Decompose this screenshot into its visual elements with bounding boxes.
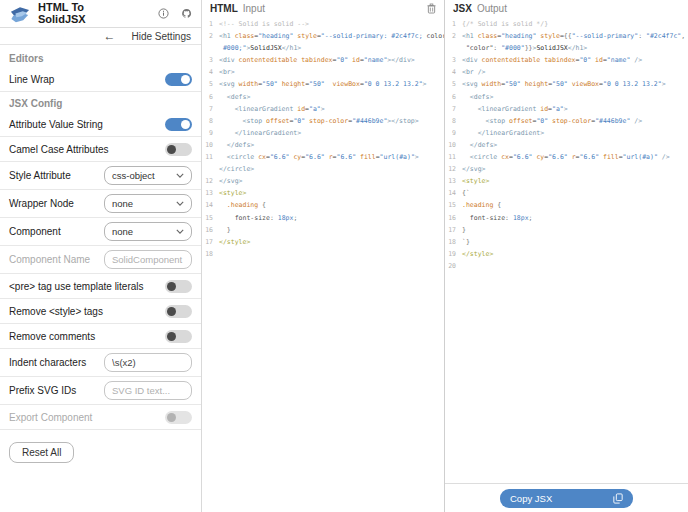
code-line[interactable]: 7 <linearGradient id="a">	[202, 103, 444, 115]
setting-row-camel-case-attributes: Camel Case Attributes	[0, 137, 201, 161]
code-line[interactable]: 19</style>	[445, 248, 688, 260]
github-button[interactable]	[181, 8, 192, 19]
setting-row-indent-characters: Indent characters	[0, 349, 201, 376]
code-line[interactable]: 15 font-size: 18px;	[202, 212, 444, 224]
setting-label: Export Component	[9, 412, 96, 423]
github-icon	[181, 8, 192, 19]
toggle-knob	[167, 307, 176, 316]
setting-label: Remove comments	[9, 331, 99, 342]
toggle-attribute-value-string[interactable]	[165, 118, 192, 131]
code-line[interactable]: </circle>	[202, 163, 444, 175]
select-component[interactable]: none	[104, 222, 192, 241]
html-input-panel: HTML Input 1<!-- Solid is solid -->2<h1 …	[202, 0, 445, 512]
copy-jsx-button[interactable]: Copy JSX	[500, 489, 633, 508]
code-line[interactable]: 6 <defs>	[202, 91, 444, 103]
line-number	[202, 163, 213, 175]
input-indent-characters[interactable]	[104, 353, 192, 372]
code-line[interactable]: "color": "#000"}}>SolidJSX</h1>	[445, 42, 688, 54]
toggle-pre-tag-use-template-literals[interactable]	[165, 280, 192, 293]
code-line[interactable]: 9 </linearGradient>	[202, 127, 444, 139]
code-line[interactable]: 4<br>	[202, 66, 444, 78]
code-line[interactable]: 11 <circle cx="6.6" cy="6.6" r="6.6" fil…	[445, 151, 688, 163]
setting-label: Indent characters	[9, 357, 90, 368]
code-line[interactable]: 3<div contenteditable tabindex="0" id="n…	[202, 54, 444, 66]
code-line[interactable]: #000;">SolidJSX</h1>	[202, 42, 444, 54]
line-number	[202, 42, 213, 54]
code-line[interactable]: 16 }	[202, 224, 444, 236]
setting-label: Prefix SVG IDs	[9, 385, 80, 396]
line-number: 11	[202, 151, 213, 163]
chevron-down-icon	[176, 173, 184, 178]
chevron-down-icon	[176, 229, 184, 234]
code-line[interactable]: 18	[202, 248, 444, 260]
code-line[interactable]: 7 <linearGradient id="a">	[445, 103, 688, 115]
line-number: 5	[445, 78, 456, 90]
code-line[interactable]: 16 font-size: 18px;	[445, 212, 688, 224]
code-line[interactable]: 14{`	[445, 187, 688, 199]
code-line[interactable]: 12</svg>	[445, 163, 688, 175]
select-wrapper-node[interactable]: none	[104, 194, 192, 213]
code-line[interactable]: 8 <stop offset="0" stop-color="#446b9e">…	[202, 115, 444, 127]
code-line[interactable]: 4<br />	[445, 66, 688, 78]
clear-input-button[interactable]	[427, 3, 436, 14]
code-line[interactable]: 2<h1 class="heading" style={{"--solid-pr…	[445, 30, 688, 42]
line-number: 4	[202, 66, 213, 78]
app-logo-icon	[9, 4, 31, 24]
line-number: 3	[445, 54, 456, 66]
line-number: 14	[202, 199, 213, 211]
code-line[interactable]: 1{/* Solid is solid */}	[445, 18, 688, 30]
chevron-down-icon	[176, 201, 184, 206]
line-number: 10	[202, 139, 213, 151]
line-number: 7	[445, 103, 456, 115]
line-number: 8	[445, 115, 456, 127]
jsx-code-editor[interactable]: 1{/* Solid is solid */}2<h1 class="headi…	[445, 16, 688, 512]
toggle-camel-case-attributes[interactable]	[165, 143, 192, 156]
code-line[interactable]: 9 </linearGradient>	[445, 127, 688, 139]
line-number: 16	[202, 224, 213, 236]
line-number: 2	[445, 30, 456, 42]
toggle-knob	[181, 75, 190, 84]
line-number: 13	[445, 175, 456, 187]
code-line[interactable]: 10 </defs>	[445, 139, 688, 151]
select-style-attribute[interactable]: css-object	[104, 166, 192, 185]
code-line[interactable]: 18`}	[445, 236, 688, 248]
code-line[interactable]: 3<div contenteditable tabindex="0" id="n…	[445, 54, 688, 66]
divider	[0, 429, 201, 430]
code-line[interactable]: 11 <circle cx="6.6" cy="6.6" r="6.6" fil…	[202, 151, 444, 163]
hide-settings-label: Hide Settings	[132, 31, 191, 42]
code-line[interactable]: 13<style>	[445, 175, 688, 187]
line-number: 5	[202, 78, 213, 90]
code-line[interactable]: 6 <defs>	[445, 91, 688, 103]
setting-label: Attribute Value String	[9, 119, 107, 130]
setting-row-component-name: Component Name	[0, 246, 201, 273]
toggle-export-component	[165, 411, 192, 424]
section-label-editors: Editors	[0, 47, 201, 67]
line-number: 18	[445, 236, 456, 248]
code-line[interactable]: 8 <stop offset="0" stop-color="#446b9e" …	[445, 115, 688, 127]
code-line[interactable]: 5<svg width="50" height="50" viewBox="0 …	[445, 78, 688, 90]
toggle-remove-comments[interactable]	[165, 330, 192, 343]
code-line[interactable]: 17</style>	[202, 236, 444, 248]
line-number: 20	[445, 260, 456, 272]
hide-settings-button[interactable]: ← Hide Settings	[0, 28, 201, 45]
line-number: 15	[202, 212, 213, 224]
line-number: 12	[445, 163, 456, 175]
input-prefix-svg-ids[interactable]	[104, 381, 192, 400]
toggle-remove-style-tags[interactable]	[165, 305, 192, 318]
toggle-line-wrap[interactable]	[165, 73, 192, 86]
code-line[interactable]: 20	[445, 260, 688, 272]
html-panel-title: HTML	[210, 3, 238, 14]
code-line[interactable]: 2<h1 class="heading" style="--solid-prim…	[202, 30, 444, 42]
info-button[interactable]	[158, 8, 169, 19]
reset-all-button[interactable]: Reset All	[9, 442, 74, 463]
html-code-editor[interactable]: 1<!-- Solid is solid -->2<h1 class="head…	[202, 16, 444, 512]
code-line[interactable]: 14 .heading {	[202, 199, 444, 211]
input-component-name[interactable]	[104, 250, 192, 269]
code-line[interactable]: 17}	[445, 224, 688, 236]
code-line[interactable]: 10 </defs>	[202, 139, 444, 151]
code-line[interactable]: 5<svg width="50" height="50" viewBox="0 …	[202, 78, 444, 90]
code-line[interactable]: 15.heading {	[445, 199, 688, 211]
code-line[interactable]: 12</svg>	[202, 175, 444, 187]
code-line[interactable]: 13<style>	[202, 187, 444, 199]
code-line[interactable]: 1<!-- Solid is solid -->	[202, 18, 444, 30]
